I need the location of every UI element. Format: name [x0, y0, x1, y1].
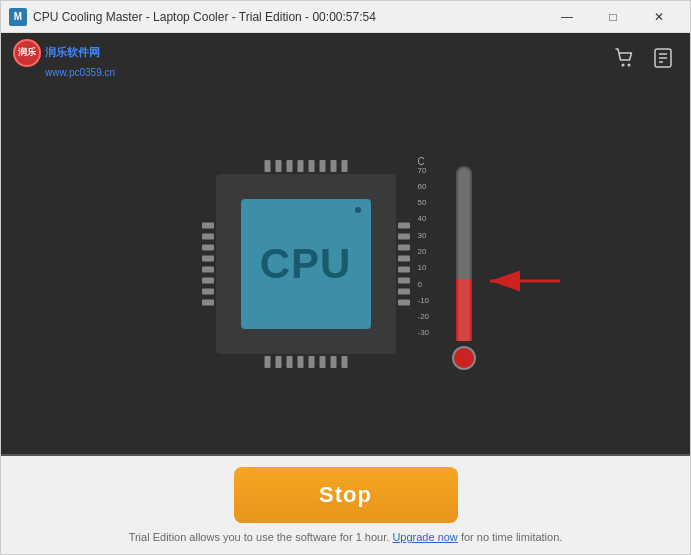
pin — [398, 266, 410, 272]
scale-30: 30 — [418, 231, 430, 240]
scale-neg10: -10 — [418, 296, 430, 305]
pin — [202, 233, 214, 239]
scale-50: 50 — [418, 198, 430, 207]
thermometer: C 70 60 50 40 30 20 10 0 -10 -20 -30 — [416, 154, 476, 374]
main-content: CPU C 70 60 50 40 30 20 10 0 -10 — [1, 83, 690, 454]
pin — [330, 356, 336, 368]
pin — [308, 160, 314, 172]
cpu-dot — [355, 207, 361, 213]
cpu-label: CPU — [260, 240, 352, 288]
scale-70: 70 — [418, 166, 430, 175]
svg-point-1 — [628, 64, 631, 67]
pin — [202, 222, 214, 228]
pins-top — [264, 160, 347, 172]
watermark-logo: 润乐 润乐软件网 — [13, 39, 115, 67]
pin — [398, 299, 410, 305]
scale-20: 20 — [418, 247, 430, 256]
cart-button[interactable] — [610, 43, 640, 73]
pins-right — [398, 222, 410, 305]
pin — [264, 160, 270, 172]
app-window: M CPU Cooling Master - Laptop Cooler - T… — [0, 0, 691, 555]
pins-bottom — [264, 356, 347, 368]
window-title: CPU Cooling Master - Laptop Cooler - Tri… — [33, 10, 544, 24]
pin — [202, 255, 214, 261]
info-button[interactable] — [648, 43, 678, 73]
pin — [202, 288, 214, 294]
pin — [341, 356, 347, 368]
cpu-outer: CPU — [216, 174, 396, 354]
pin — [308, 356, 314, 368]
thermo-tube — [456, 166, 472, 341]
site-name: 润乐软件网 — [45, 45, 100, 60]
watermark-circle: 润乐 — [13, 39, 41, 67]
pin — [341, 160, 347, 172]
pin — [398, 222, 410, 228]
pin — [398, 288, 410, 294]
trial-info: Trial Edition allows you to use the soft… — [129, 531, 563, 543]
pin — [297, 160, 303, 172]
pin — [275, 160, 281, 172]
watermark: 润乐 润乐软件网 www.pc0359.cn — [13, 39, 115, 78]
thermo-bulb — [452, 346, 476, 370]
pin — [286, 356, 292, 368]
pin — [202, 244, 214, 250]
thermo-fill — [456, 279, 472, 340]
pin — [398, 277, 410, 283]
pins-left — [202, 222, 214, 305]
pin — [202, 299, 214, 305]
headerbar: 润乐 润乐软件网 www.pc0359.cn — [1, 33, 690, 83]
app-icon: M — [9, 8, 27, 26]
pin — [319, 356, 325, 368]
pin — [398, 255, 410, 261]
cpu-chip: CPU — [216, 174, 396, 354]
site-url: www.pc0359.cn — [45, 67, 115, 78]
pin — [202, 277, 214, 283]
titlebar-controls: — □ ✕ — [544, 1, 682, 33]
svg-point-0 — [622, 64, 625, 67]
titlebar: M CPU Cooling Master - Laptop Cooler - T… — [1, 1, 690, 33]
scale-60: 60 — [418, 182, 430, 191]
scale-40: 40 — [418, 214, 430, 223]
cpu-inner: CPU — [241, 199, 371, 329]
cpu-thermometer-area: CPU C 70 60 50 40 30 20 10 0 -10 — [216, 154, 476, 374]
pin — [330, 160, 336, 172]
pin — [275, 356, 281, 368]
scale-neg30: -30 — [418, 328, 430, 337]
close-button[interactable]: ✕ — [636, 1, 682, 33]
upgrade-link[interactable]: Upgrade now — [392, 531, 457, 543]
pin — [202, 266, 214, 272]
maximize-button[interactable]: □ — [590, 1, 636, 33]
bottom-bar: Stop Trial Edition allows you to use the… — [1, 454, 690, 554]
minimize-button[interactable]: — — [544, 1, 590, 33]
pin — [286, 160, 292, 172]
scale-10: 10 — [418, 263, 430, 272]
pin — [398, 233, 410, 239]
stop-button[interactable]: Stop — [234, 467, 458, 523]
scale-neg20: -20 — [418, 312, 430, 321]
trial-suffix: for no time limitation. — [461, 531, 562, 543]
pin — [297, 356, 303, 368]
header-icons — [610, 43, 678, 73]
pin — [398, 244, 410, 250]
scale-0: 0 — [418, 280, 430, 289]
thermo-scale: 70 60 50 40 30 20 10 0 -10 -20 -30 — [418, 166, 430, 338]
temperature-arrow — [480, 251, 570, 311]
trial-text: Trial Edition allows you to use the soft… — [129, 531, 390, 543]
pin — [319, 160, 325, 172]
pin — [264, 356, 270, 368]
